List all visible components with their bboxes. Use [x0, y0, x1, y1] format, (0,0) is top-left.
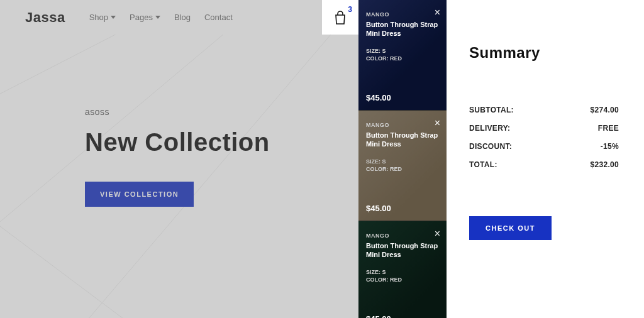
nav-item-contact[interactable]: Contact — [204, 13, 233, 22]
product-size: SIZE: S — [366, 268, 439, 277]
nav-item-shop[interactable]: Shop — [89, 13, 116, 22]
summary-value: -15% — [601, 142, 619, 151]
cart-item: × MANGO Button Through Strap Mini Dress … — [358, 111, 447, 221]
product-size: SIZE: S — [366, 158, 439, 166]
hero-subtitle: asoss — [85, 107, 270, 117]
view-collection-button[interactable]: VIEW COLLECTION — [85, 182, 194, 207]
hero-title: New Collection — [85, 128, 270, 156]
cart-item: × MANGO Button Through Strap Mini Dress … — [358, 0, 447, 111]
summary-panel: Summary SUBTOTAL: $274.00 DELIVERY: FREE… — [447, 0, 644, 318]
summary-label: DISCOUNT: — [469, 142, 512, 151]
chevron-down-icon — [111, 16, 116, 19]
svg-line-0 — [0, 35, 189, 110]
product-title: Button Through Strap Mini Dress — [366, 131, 439, 149]
summary-row-total: TOTAL: $232.00 — [469, 160, 619, 169]
summary-label: SUBTOTAL: — [469, 106, 514, 114]
cart-button[interactable]: 3 — [322, 0, 358, 35]
svg-line-3 — [0, 198, 164, 318]
close-icon[interactable]: × — [435, 8, 440, 18]
product-price: $45.00 — [366, 84, 439, 102]
product-brand: MANGO — [366, 233, 439, 239]
nav-label-contact: Contact — [204, 13, 233, 22]
nav-label-shop: Shop — [89, 13, 108, 22]
summary-row-discount: DISCOUNT: -15% — [469, 142, 619, 151]
chevron-down-icon — [155, 16, 160, 19]
brand-logo[interactable]: Jassa — [25, 9, 65, 26]
product-price: $45.00 — [366, 195, 439, 213]
product-color: COLOR: RED — [366, 276, 439, 284]
product-size: SIZE: S — [366, 47, 439, 55]
checkout-button[interactable]: CHECK OUT — [469, 216, 552, 240]
summary-value: FREE — [598, 124, 619, 133]
cart-item: × MANGO Button Through Strap Mini Dress … — [358, 221, 447, 318]
product-title: Button Through Strap Mini Dress — [366, 20, 439, 38]
summary-value: $274.00 — [591, 106, 619, 114]
summary-label: DELIVERY: — [469, 124, 510, 133]
product-brand: MANGO — [366, 122, 439, 128]
product-color: COLOR: RED — [366, 55, 439, 63]
summary-label: TOTAL: — [469, 160, 497, 169]
product-color: COLOR: RED — [366, 165, 439, 173]
product-price: $45.00 — [366, 305, 439, 318]
nav-label-pages: Pages — [130, 13, 153, 22]
close-icon[interactable]: × — [435, 118, 440, 128]
summary-value: $232.00 — [591, 160, 619, 169]
summary-row-subtotal: SUBTOTAL: $274.00 — [469, 106, 619, 114]
nav-item-pages[interactable]: Pages — [130, 13, 160, 22]
close-icon[interactable]: × — [435, 229, 440, 239]
shopping-bag-icon — [333, 10, 347, 25]
product-title: Button Through Strap Mini Dress — [366, 241, 439, 260]
summary-row-delivery: DELIVERY: FREE — [469, 124, 619, 133]
summary-title: Summary — [469, 44, 619, 62]
cart-items-panel[interactable]: × MANGO Button Through Strap Mini Dress … — [358, 0, 447, 318]
nav-item-blog[interactable]: Blog — [174, 13, 191, 22]
cart-count-badge: 3 — [348, 5, 352, 14]
nav-label-blog: Blog — [174, 13, 191, 22]
hero: asoss New Collection VIEW COLLECTION — [85, 107, 270, 207]
product-brand: MANGO — [366, 11, 439, 18]
primary-nav: Shop Pages Blog Contact — [89, 13, 233, 22]
